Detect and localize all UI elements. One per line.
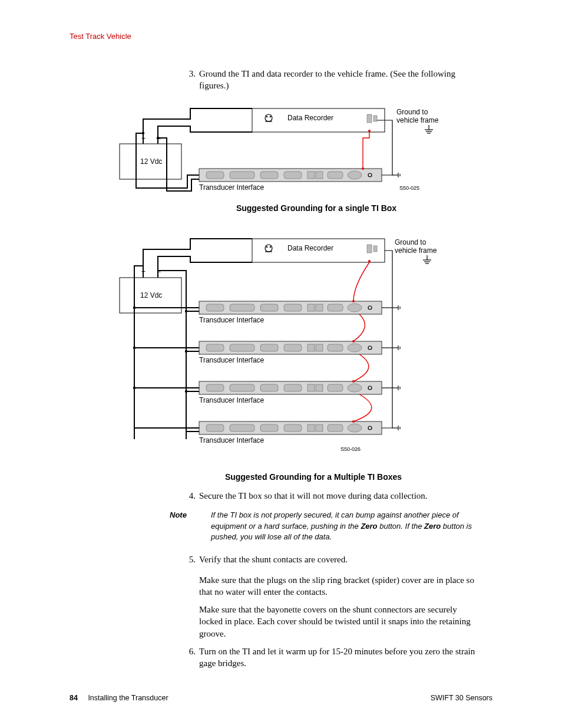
svg-rect-45: [284, 304, 302, 311]
step-number: 6.: [183, 645, 196, 670]
svg-rect-79: [308, 424, 315, 431]
step-number: 3.: [183, 68, 196, 92]
svg-rect-15: [260, 172, 278, 179]
svg-point-60: [348, 344, 362, 352]
step-3: 3. Ground the TI and data recorder to th…: [183, 68, 477, 92]
svg-point-82: [348, 424, 362, 432]
svg-point-107: [352, 420, 355, 423]
svg-rect-75: [206, 424, 224, 431]
svg-rect-80: [316, 424, 323, 431]
step-4: 4. Secure the TI box so that it will not…: [183, 490, 477, 502]
caption-multi-ti: Suggested Grounding for a Multiple TI Bo…: [134, 472, 492, 482]
step-5-wrap: 5. Verify that the shunt contacts are co…: [183, 554, 477, 640]
svg-rect-17: [308, 172, 315, 179]
step-6: 6. Turn on the TI and let it warm up for…: [183, 645, 477, 670]
footer-left: 84 Installing the Transducer: [70, 694, 168, 702]
label-12vdc: 12 Vdc: [140, 157, 162, 166]
svg-point-87: [133, 346, 135, 348]
ti-row-3: Transducer Interface: [199, 381, 382, 404]
svg-point-90: [185, 390, 187, 392]
svg-rect-56: [284, 344, 302, 351]
svg-point-105: [352, 340, 355, 342]
svg-rect-78: [284, 424, 302, 431]
step-3-wrap: 3. Ground the TI and data recorder to th…: [183, 68, 477, 92]
svg-rect-34: [367, 245, 372, 253]
svg-rect-35: [373, 246, 377, 252]
chapter-title: Installing the Transducer: [88, 694, 168, 702]
step-number: 4.: [183, 490, 196, 502]
svg-rect-13: [206, 172, 224, 179]
svg-point-103: [368, 260, 371, 262]
svg-rect-69: [316, 384, 323, 391]
svg-rect-43: [230, 304, 254, 311]
svg-rect-6: [373, 116, 377, 121]
svg-rect-76: [230, 424, 254, 431]
svg-rect-67: [284, 384, 302, 391]
label-ground-1b: Ground to: [395, 238, 427, 246]
svg-point-20: [348, 171, 362, 179]
svg-text:Transducer Interface: Transducer Interface: [199, 396, 265, 404]
svg-rect-65: [230, 384, 254, 391]
page: Test Track Vehicle 3. Ground the TI and …: [0, 0, 562, 728]
svg-point-2: [266, 116, 268, 117]
svg-point-49: [348, 304, 362, 312]
ti-row-1: Transducer Interface: [199, 301, 382, 324]
svg-rect-48: [328, 304, 343, 311]
svg-rect-19: [328, 172, 343, 179]
svg-rect-81: [328, 424, 343, 431]
svg-point-86: [185, 309, 187, 312]
svg-rect-55: [260, 344, 278, 351]
svg-rect-57: [308, 344, 315, 351]
note-block: Note If the TI box is not properly secur…: [170, 510, 476, 543]
svg-rect-5: [367, 114, 372, 123]
caption-single-ti: Suggested Grounding for a single TI Box: [140, 203, 492, 213]
step-6-wrap: 6. Turn on the TI and let it warm up for…: [183, 645, 477, 670]
svg-point-89: [133, 386, 135, 388]
svg-point-22: [142, 131, 144, 134]
svg-rect-64: [206, 384, 224, 391]
fig-code-2: S50-026: [340, 446, 361, 452]
step-4-wrap: 4. Secure the TI box so that it will not…: [183, 490, 477, 502]
label-data-recorder: Data Recorder: [287, 114, 333, 122]
note-label: Note: [170, 510, 211, 543]
svg-rect-46: [308, 304, 315, 311]
label-data-recorder-2: Data Recorder: [287, 244, 333, 252]
svg-rect-77: [260, 424, 278, 431]
step-5-para-2: Make sure that the bayonette covers on t…: [199, 604, 477, 640]
diagram-multi-ti: Data Recorder Ground to vehicle frame 12…: [117, 233, 447, 469]
step-text: Secure the TI box so that it will not mo…: [199, 490, 428, 502]
label-ti: Transducer Interface: [199, 183, 265, 192]
label-12vdc-2: 12 Vdc: [140, 291, 162, 299]
note-body: If the TI box is not properly secured, i…: [211, 510, 476, 543]
svg-point-28: [362, 167, 364, 170]
step-number: 5.: [183, 554, 196, 565]
diagram-single-ti: Data Recorder Ground to vehicle frame 12…: [117, 103, 447, 200]
section-header: Test Track Vehicle: [70, 32, 492, 41]
svg-point-23: [157, 136, 159, 139]
svg-point-104: [352, 300, 355, 302]
svg-rect-14: [230, 172, 254, 179]
svg-rect-70: [328, 384, 343, 391]
svg-text:Transducer Interface: Transducer Interface: [199, 316, 265, 324]
figure-single-ti: Data Recorder Ground to vehicle frame 12…: [117, 103, 492, 213]
step-5-para-1: Make sure that the plugs on the slip rin…: [199, 574, 477, 598]
footer-right: SWIFT 30 Sensors: [431, 694, 492, 702]
svg-point-31: [266, 246, 268, 248]
svg-text:Transducer Interface: Transducer Interface: [199, 356, 265, 364]
svg-rect-16: [284, 172, 302, 179]
svg-rect-54: [230, 344, 254, 351]
svg-rect-18: [316, 172, 323, 179]
step-text: Ground the TI and data recorder to the v…: [199, 68, 477, 92]
label-ground-1: Ground to: [396, 108, 428, 116]
svg-point-27: [368, 130, 371, 132]
svg-point-85: [133, 306, 135, 308]
step-text: Turn on the TI and let it warm up for 15…: [199, 645, 477, 670]
svg-rect-58: [316, 344, 323, 351]
label-ground-2: vehicle frame: [396, 116, 439, 124]
svg-text:Transducer Interface: Transducer Interface: [199, 436, 265, 444]
step-text: Verify that the shunt contacts are cover…: [199, 554, 348, 565]
step-5: 5. Verify that the shunt contacts are co…: [183, 554, 477, 565]
page-footer: 84 Installing the Transducer SWIFT 30 Se…: [70, 694, 492, 702]
svg-rect-68: [308, 384, 315, 391]
fig-code-1: S50-025: [399, 185, 419, 191]
